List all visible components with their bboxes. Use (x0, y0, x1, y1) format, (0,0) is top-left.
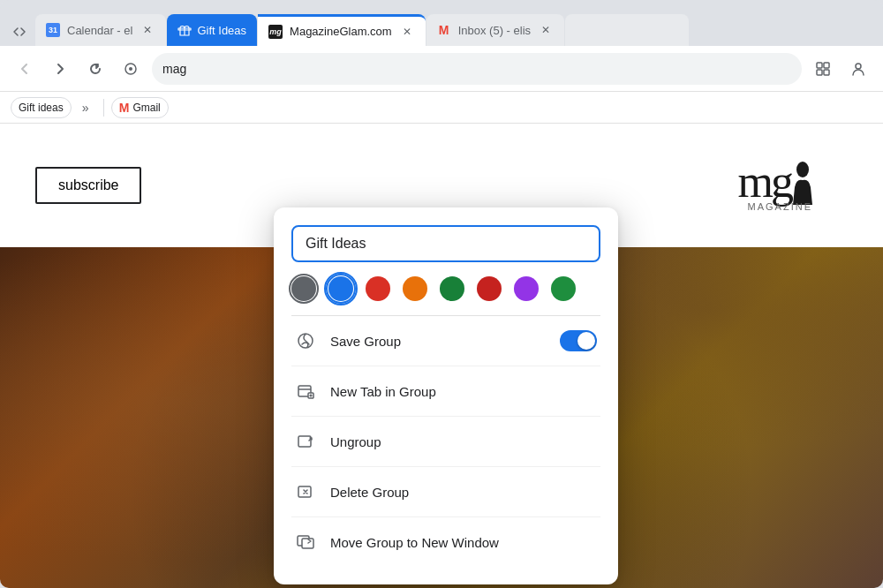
toolbar: mag (0, 46, 883, 92)
save-group-icon (295, 330, 316, 351)
bookmark-gmail-label: Gmail (132, 102, 160, 114)
tab-calendar-title: Calendar - el (67, 24, 132, 37)
color-swatch-pink[interactable] (477, 276, 502, 301)
color-swatch-teal[interactable] (551, 276, 576, 301)
bookmark-gmail[interactable]: M Gmail (111, 97, 169, 118)
tab-group-gift-ideas-title: Gift Ideas (197, 24, 246, 37)
menu-item-new-tab[interactable]: New Tab in Group (291, 366, 600, 417)
svg-point-6 (856, 64, 861, 69)
profile-button[interactable] (844, 55, 872, 83)
browser-window: 31 Calendar - el ✕ Gift Ideas mg Magazin… (0, 0, 883, 588)
tune-button[interactable] (117, 55, 145, 83)
move-group-icon (295, 531, 316, 553)
group-name-input[interactable] (291, 225, 600, 262)
color-swatch-green[interactable] (440, 276, 464, 301)
gmail-icon-small: M (119, 101, 130, 115)
color-swatch-purple[interactable] (514, 276, 539, 301)
delete-group-icon (295, 481, 316, 502)
calendar-favicon: 31 (46, 23, 60, 37)
mg-favicon: mg (268, 25, 283, 39)
color-swatch-orange[interactable] (403, 276, 427, 301)
move-group-label: Move Group to New Window (330, 535, 597, 550)
new-tab-label: New Tab in Group (330, 384, 597, 399)
color-swatch-blue[interactable] (328, 276, 353, 301)
menu-item-move-group[interactable]: Move Group to New Window (291, 517, 600, 567)
tab-bar: 31 Calendar - el ✕ Gift Ideas mg Magazin… (0, 0, 883, 46)
tab-calendar-close[interactable]: ✕ (140, 22, 155, 38)
svg-rect-3 (824, 63, 829, 68)
delete-group-label: Delete Group (330, 485, 597, 500)
url-text: mag (162, 62, 186, 76)
color-picker-row (291, 276, 600, 316)
bookmarks-bar: Gift ideas » M Gmail (0, 92, 883, 124)
new-tab-icon (295, 381, 316, 402)
divider (103, 99, 104, 117)
svg-point-1 (129, 67, 132, 71)
color-swatch-red[interactable] (366, 276, 390, 301)
tab-gmail-title: Inbox (5) - elis (458, 24, 531, 37)
gmail-favicon: M (437, 23, 451, 37)
menu-item-delete-group[interactable]: Delete Group (291, 467, 600, 517)
svg-rect-5 (824, 70, 829, 75)
tab-calendar[interactable]: 31 Calendar - el ✕ (35, 14, 166, 46)
bookmark-gift-ideas-label: Gift ideas (19, 102, 64, 114)
tab-gmail-close[interactable]: ✕ (538, 22, 554, 38)
ungroup-label: Ungroup (330, 434, 597, 449)
tab-gmail[interactable]: M Inbox (5) - elis ✕ (426, 14, 564, 46)
extensions-button[interactable] (809, 55, 837, 83)
tab-group-gift-ideas[interactable]: Gift Ideas (167, 14, 257, 46)
popup-overlay: Save Group New Tab in Group (0, 124, 883, 588)
save-group-toggle[interactable] (560, 330, 597, 351)
menu-item-save-group[interactable]: Save Group (291, 316, 600, 366)
tab-magazine-glam[interactable]: mg MagazineGlam.com ✕ (258, 14, 426, 46)
svg-rect-11 (298, 436, 311, 447)
svg-rect-2 (817, 63, 822, 68)
bookmark-gift-ideas[interactable]: Gift ideas (11, 97, 72, 118)
address-bar[interactable]: mag (152, 53, 802, 85)
color-swatch-grey[interactable] (291, 276, 316, 301)
save-group-label: Save Group (330, 334, 546, 349)
tab-collapse-button[interactable] (7, 18, 32, 46)
forward-button[interactable] (46, 55, 74, 83)
page-content: subscribe mg magazine (0, 124, 883, 588)
menu-item-ungroup[interactable]: Ungroup (291, 417, 600, 467)
tab-group-popup: Save Group New Tab in Group (274, 207, 618, 584)
ungroup-icon (295, 431, 316, 452)
tab-magazine-glam-close[interactable]: ✕ (399, 24, 415, 40)
tab-magazine-glam-title: MagazineGlam.com (290, 25, 392, 38)
gift-group-icon (177, 23, 192, 37)
bookmark-more-button[interactable]: » (75, 97, 96, 118)
back-button[interactable] (11, 55, 39, 83)
tab-overflow (565, 14, 689, 46)
svg-rect-4 (817, 70, 822, 75)
refresh-button[interactable] (81, 55, 109, 83)
